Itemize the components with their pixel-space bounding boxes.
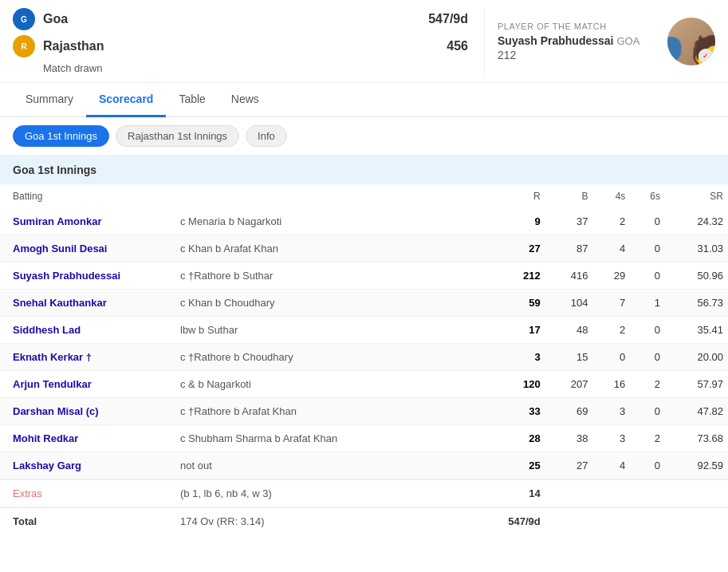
rajasthan-team-name: Rajasthan <box>43 39 447 53</box>
runs: 33 <box>471 398 545 425</box>
dismissal: c †Rathore b Choudhary <box>175 344 471 371</box>
fours: 3 <box>592 425 630 452</box>
rajasthan-team-score: 456 <box>447 39 468 53</box>
tab-scorecard[interactable]: Scorecard <box>86 83 166 117</box>
rajasthan-logo: R <box>13 35 35 57</box>
strike-rate: 50.96 <box>665 262 728 290</box>
strike-rate: 73.68 <box>665 425 728 452</box>
extras-row: Extras (b 1, lb 6, nb 4, w 3) 14 <box>0 479 728 507</box>
balls: 87 <box>545 235 593 262</box>
table-row: Lakshay Garg not out 25 27 4 0 92.59 <box>0 452 728 480</box>
strike-rate: 20.00 <box>665 344 728 371</box>
dismissal: c Menaria b Nagarkoti <box>175 208 471 235</box>
total-row: Total 174 Ov (RR: 3.14) 547/9d <box>0 507 728 535</box>
total-score: 547/9d <box>471 507 545 535</box>
runs: 28 <box>471 425 545 452</box>
dismissal: c †Rathore b Arafat Khan <box>175 398 471 425</box>
balls: 207 <box>545 371 593 398</box>
innings-tabs: Goa 1st Innings Rajasthan 1st Innings In… <box>0 117 728 156</box>
innings-tab-rajasthan-1st[interactable]: Rajasthan 1st Innings <box>116 125 239 147</box>
innings-tab-goa-1st[interactable]: Goa 1st Innings <box>13 125 109 147</box>
col-r: R <box>471 184 545 208</box>
strike-rate: 47.82 <box>665 398 728 425</box>
batsman-name[interactable]: Lakshay Garg <box>0 452 175 480</box>
runs: 17 <box>471 317 545 344</box>
sixes: 0 <box>630 235 665 262</box>
dismissal: c & b Nagarkoti <box>175 371 471 398</box>
extras-runs: 14 <box>471 479 545 507</box>
batsman-name[interactable]: Amogh Sunil Desai <box>0 235 175 262</box>
runs: 120 <box>471 371 545 398</box>
batsman-name[interactable]: Snehal Kauthankar <box>0 290 175 317</box>
table-row: Siddhesh Lad lbw b Suthar 17 48 2 0 35.4… <box>0 317 728 344</box>
col-batting: Batting <box>0 184 175 208</box>
batsman-name[interactable]: Siddhesh Lad <box>0 317 175 344</box>
runs: 3 <box>471 344 545 371</box>
potm-avatar: 🧑 ✓ <box>667 18 715 65</box>
table-row: Suyash Prabhudessai c †Rathore b Suthar … <box>0 262 728 290</box>
table-row: Snehal Kauthankar c Khan b Choudhary 59 … <box>0 290 728 317</box>
table-header-row: Batting R B 4s 6s SR <box>0 184 728 208</box>
goa-logo: G <box>13 8 35 30</box>
extras-label: Extras <box>0 479 175 507</box>
match-status: Match drawn <box>43 62 484 74</box>
balls: 27 <box>545 452 593 480</box>
col-4s: 4s <box>592 184 630 208</box>
sixes: 0 <box>630 452 665 480</box>
batsman-name[interactable]: Mohit Redkar <box>0 425 175 452</box>
potm-label: PLAYER OF THE MATCH <box>498 22 667 31</box>
sixes: 0 <box>630 344 665 371</box>
section-header: Goa 1st Innings <box>0 156 728 184</box>
strike-rate: 24.32 <box>665 208 728 235</box>
balls: 104 <box>545 290 593 317</box>
table-row: Arjun Tendulkar c & b Nagarkoti 120 207 … <box>0 371 728 398</box>
table-row: Mohit Redkar c Shubham Sharma b Arafat K… <box>0 425 728 452</box>
strike-rate: 57.97 <box>665 371 728 398</box>
rajasthan-team-row: R Rajasthan 456 <box>13 35 484 57</box>
match-header: G Goa 547/9d R Rajasthan 456 Match drawn… <box>0 0 728 83</box>
batsman-name[interactable]: Arjun Tendulkar <box>0 371 175 398</box>
goa-team-score: 547/9d <box>428 12 468 26</box>
scorecard-table: Batting R B 4s 6s SR Sumiran Amonkar c M… <box>0 184 728 535</box>
runs: 27 <box>471 235 545 262</box>
dismissal: c Khan b Choudhary <box>175 290 471 317</box>
col-dismissal <box>175 184 471 208</box>
strike-rate: 92.59 <box>665 452 728 480</box>
svg-text:R: R <box>21 42 27 51</box>
runs: 9 <box>471 208 545 235</box>
fours: 4 <box>592 452 630 480</box>
fours: 4 <box>592 235 630 262</box>
batsman-name[interactable]: Suyash Prabhudessai <box>0 262 175 290</box>
extras-detail: (b 1, lb 6, nb 4, w 3) <box>175 479 471 507</box>
dismissal: c Khan b Arafat Khan <box>175 235 471 262</box>
col-b: B <box>545 184 593 208</box>
balls: 416 <box>545 262 593 290</box>
runs: 59 <box>471 290 545 317</box>
innings-tab-info[interactable]: Info <box>246 125 287 147</box>
tab-table[interactable]: Table <box>166 83 218 117</box>
fours: 2 <box>592 317 630 344</box>
dismissal: lbw b Suthar <box>175 317 471 344</box>
batsman-name[interactable]: Darshan Misal (c) <box>0 398 175 425</box>
total-overs: 174 Ov (RR: 3.14) <box>175 507 471 535</box>
teams-section: G Goa 547/9d R Rajasthan 456 Match drawn <box>13 8 484 74</box>
table-row: Eknath Kerkar † c †Rathore b Choudhary 3… <box>0 344 728 371</box>
dismissal: c †Rathore b Suthar <box>175 262 471 290</box>
sixes: 0 <box>630 317 665 344</box>
runs: 212 <box>471 262 545 290</box>
potm-score: 212 <box>498 49 667 61</box>
fours: 0 <box>592 344 630 371</box>
potm-section: PLAYER OF THE MATCH Suyash Prabhudessai … <box>484 8 715 74</box>
tab-news[interactable]: News <box>218 83 272 117</box>
section-title-prefix: Goa <box>13 164 34 176</box>
nav-tabs: Summary Scorecard Table News <box>0 83 728 117</box>
fours: 16 <box>592 371 630 398</box>
col-sr: SR <box>665 184 728 208</box>
section-title-suffix: 1st Innings <box>37 164 96 176</box>
balls: 69 <box>545 398 593 425</box>
tab-summary[interactable]: Summary <box>13 83 86 117</box>
col-6s: 6s <box>630 184 665 208</box>
batsman-name[interactable]: Eknath Kerkar † <box>0 344 175 371</box>
potm-info: PLAYER OF THE MATCH Suyash Prabhudessai … <box>498 22 667 61</box>
batsman-name[interactable]: Sumiran Amonkar <box>0 208 175 235</box>
